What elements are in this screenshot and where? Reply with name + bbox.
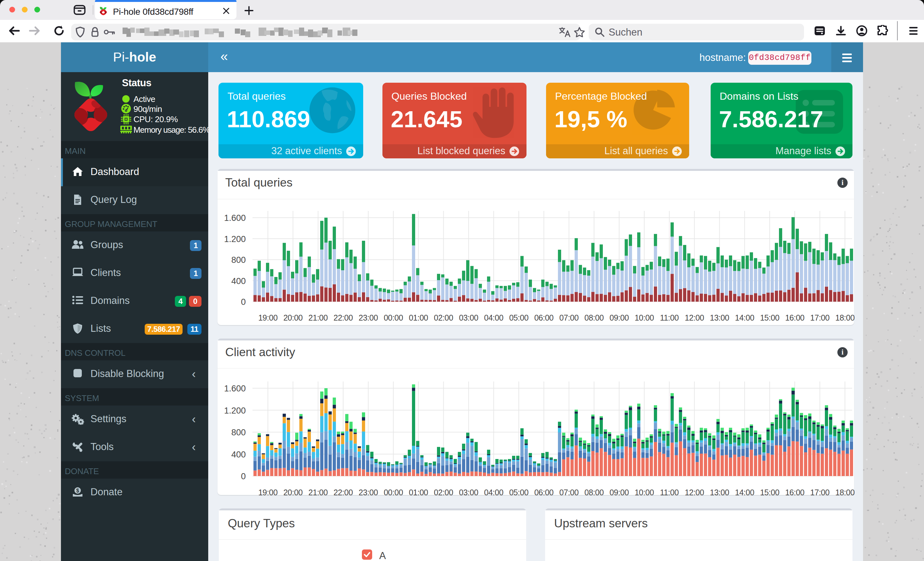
svg-text:$: $ bbox=[76, 488, 79, 494]
